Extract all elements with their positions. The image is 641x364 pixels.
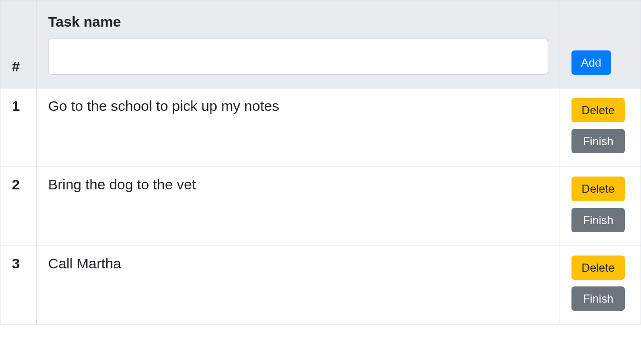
table-header-row: # Task name Add: [0, 0, 641, 89]
table-row: 2Bring the dog to the vetDeleteFinish: [0, 167, 641, 246]
task-index: 3: [0, 246, 37, 324]
delete-button[interactable]: Delete: [571, 98, 625, 122]
column-header-name: Task name: [37, 0, 560, 89]
task-table: # Task name Add 1Go to the school to pic…: [0, 0, 641, 325]
task-actions: DeleteFinish: [560, 167, 641, 246]
finish-button[interactable]: Finish: [571, 286, 625, 311]
task-name: Bring the dog to the vet: [37, 167, 560, 246]
finish-button[interactable]: Finish: [571, 208, 625, 232]
task-name: Call Martha: [37, 246, 560, 324]
task-name-label: Task name: [48, 14, 548, 30]
task-tbody: 1Go to the school to pick up my notesDel…: [0, 89, 641, 325]
task-name: Go to the school to pick up my notes: [37, 89, 560, 167]
table-row: 1Go to the school to pick up my notesDel…: [0, 89, 641, 167]
finish-button[interactable]: Finish: [571, 129, 625, 153]
delete-button[interactable]: Delete: [571, 177, 625, 201]
task-name-input[interactable]: [48, 39, 548, 75]
delete-button[interactable]: Delete: [571, 256, 625, 280]
column-header-index: #: [0, 0, 37, 89]
column-header-actions: Add: [560, 0, 641, 89]
task-index: 2: [0, 167, 37, 246]
add-button[interactable]: Add: [571, 50, 611, 75]
task-actions: DeleteFinish: [560, 246, 641, 324]
task-actions: DeleteFinish: [560, 89, 641, 167]
table-row: 3Call MarthaDeleteFinish: [0, 246, 641, 324]
task-index: 1: [0, 89, 37, 167]
